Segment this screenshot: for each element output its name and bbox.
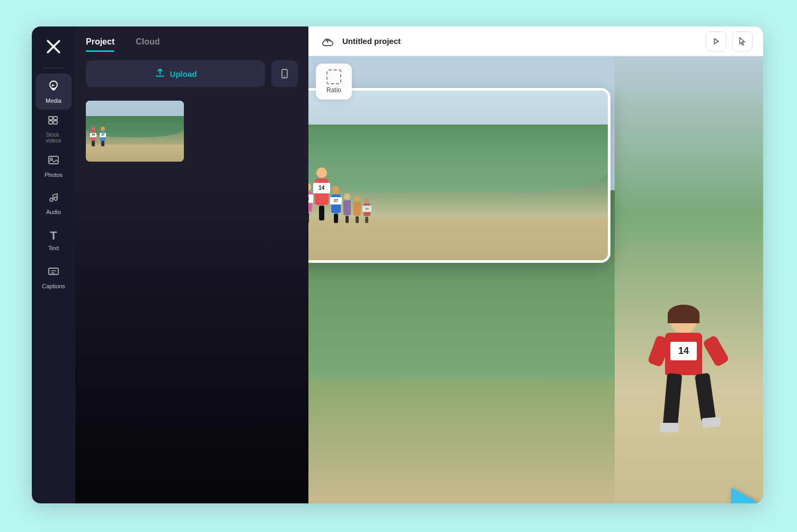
preview-header: Untitled project	[308, 26, 763, 56]
media-grid: 34 27	[75, 95, 308, 167]
stock-videos-icon	[47, 114, 60, 130]
svg-rect-9	[49, 268, 58, 274]
audio-icon	[47, 191, 60, 207]
media-tabs: Project Cloud	[75, 26, 308, 52]
project-title: Untitled project	[342, 37, 699, 46]
sidebar-item-stock-videos[interactable]: Stockvideos	[36, 111, 72, 147]
sidebar-item-media[interactable]: Media	[36, 74, 72, 110]
svg-rect-2	[54, 117, 57, 120]
svg-rect-1	[49, 117, 52, 120]
right-runner-area: 14	[615, 56, 763, 503]
sidebar-item-photos[interactable]: Photos	[36, 148, 72, 184]
sidebar-item-captions-label: Captions	[42, 283, 65, 289]
svg-point-7	[50, 198, 53, 201]
photos-icon	[47, 154, 60, 170]
mobile-button[interactable]	[271, 60, 298, 87]
svg-point-13	[284, 76, 285, 77]
svg-rect-5	[49, 156, 58, 164]
ratio-label: Ratio	[326, 86, 341, 94]
sidebar-item-audio-label: Audio	[46, 209, 61, 215]
main-video-preview: 34 14	[308, 88, 610, 263]
upload-icon	[154, 67, 166, 81]
preview-race-scene: 34 14	[308, 91, 608, 260]
app-container: Media Stockvideos	[32, 26, 763, 503]
ratio-button[interactable]: Ratio	[316, 64, 352, 100]
app-logo[interactable]	[42, 35, 65, 58]
cloud-save-icon[interactable]	[319, 33, 336, 50]
sidebar-item-media-label: Media	[46, 97, 61, 104]
tab-cloud[interactable]: Cloud	[136, 37, 160, 52]
svg-rect-3	[49, 121, 52, 124]
ratio-icon	[326, 69, 341, 84]
upload-label: Upload	[170, 69, 197, 78]
upload-button[interactable]: Upload	[86, 60, 265, 87]
sidebar-item-text-label: Text	[48, 245, 59, 251]
sidebar-item-stock-label: Stockvideos	[46, 132, 61, 144]
preview-ground	[308, 218, 608, 260]
text-icon: T	[50, 229, 57, 243]
tab-project[interactable]: Project	[86, 37, 114, 52]
svg-rect-4	[54, 121, 57, 124]
preview-canvas: Ratio	[308, 56, 763, 503]
svg-point-8	[54, 197, 57, 200]
media-actions: Upload	[75, 52, 308, 95]
media-icon	[47, 79, 60, 95]
pointer-button[interactable]	[732, 31, 752, 51]
cursor-arrow-shape	[731, 487, 758, 503]
preview-area: Untitled project Ratio	[308, 26, 763, 503]
captions-icon	[47, 265, 60, 281]
sidebar: Media Stockvideos	[32, 26, 75, 503]
sidebar-item-captions[interactable]: Captions	[36, 259, 72, 295]
media-thumbnail-1[interactable]: 34 27	[86, 101, 184, 162]
play-button[interactable]	[706, 31, 726, 51]
sidebar-divider	[43, 68, 64, 68]
panel-gradient-overlay	[75, 167, 308, 503]
sidebar-item-audio[interactable]: Audio	[36, 185, 72, 221]
sidebar-item-text[interactable]: T Text	[36, 222, 72, 258]
sidebar-item-photos-label: Photos	[45, 172, 63, 178]
media-panel: Project Cloud Upload	[75, 26, 308, 503]
